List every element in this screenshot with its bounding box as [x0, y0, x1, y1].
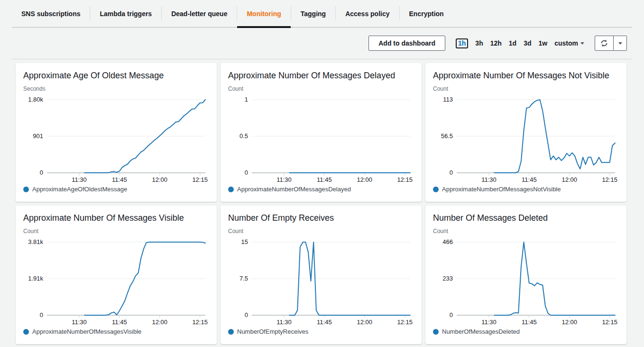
chart-canvas: 11:3011:4512:0012:151.80k9010 [23, 92, 209, 185]
chart-title: Approximate Number Of Messages Delayed [228, 69, 414, 82]
svg-text:0: 0 [450, 311, 453, 319]
legend-label: ApproximateAgeOfOldestMessage [32, 186, 127, 193]
time-range-1w[interactable]: 1w [539, 39, 548, 47]
legend-label: ApproximateNumberOfMessagesNotVisible [442, 186, 561, 193]
chart-title: Approximate Age Of Oldest Message [23, 69, 209, 82]
y-axis-unit-label: Count [23, 228, 209, 234]
chart-legend-item[interactable]: ApproximateNumberOfMessagesNotVisible [433, 186, 619, 193]
chart-canvas: 11:3011:4512:0012:15157.50 [228, 234, 414, 328]
tab-sns-subscriptions[interactable]: SNS subscriptions [12, 0, 90, 27]
svg-text:0: 0 [40, 311, 43, 319]
svg-text:12:15: 12:15 [192, 176, 208, 183]
chart-legend-item[interactable]: NumberOfMessagesDeleted [433, 328, 619, 335]
svg-text:11:30: 11:30 [481, 176, 497, 183]
time-range-1h[interactable]: 1h [456, 38, 468, 48]
svg-text:901: 901 [33, 132, 43, 140]
chart-title: Number Of Messages Deleted [433, 212, 619, 224]
svg-text:7.5: 7.5 [239, 275, 248, 282]
time-range-picker: 1h 3h 12h 1d 3d 1w custom [456, 38, 584, 48]
legend-dot-icon [228, 187, 234, 192]
svg-text:11:45: 11:45 [112, 319, 127, 326]
y-axis-unit-label: Count [433, 228, 619, 234]
chart-card-messages-visible: Approximate Number Of Messages Visible C… [16, 206, 217, 344]
chart-legend-item[interactable]: NumberOfEmptyReceives [228, 328, 414, 335]
chart-canvas: 11:3011:4512:0012:154662330 [433, 234, 619, 328]
svg-text:0: 0 [245, 169, 248, 176]
chart-title: Approximate Number Of Messages Visible [23, 212, 209, 224]
svg-text:3.81k: 3.81k [28, 238, 43, 245]
svg-text:0: 0 [245, 311, 248, 319]
svg-text:11:30: 11:30 [481, 319, 497, 326]
monitoring-toolbar: Add to dashboard 1h 3h 12h 1d 3d 1w cust… [0, 28, 644, 59]
chart-legend-item[interactable]: ApproximateNumberOfMessagesDelayed [228, 186, 414, 193]
chart-card-empty-receives: Number Of Empty Receives Count 11:3011:4… [221, 206, 422, 344]
svg-text:12:15: 12:15 [602, 319, 617, 326]
svg-text:15: 15 [241, 238, 248, 245]
time-range-1d[interactable]: 1d [509, 39, 516, 47]
tab-access-policy[interactable]: Access policy [336, 0, 399, 27]
legend-label: NumberOfMessagesDeleted [442, 328, 520, 335]
svg-text:11:45: 11:45 [522, 319, 537, 326]
legend-dot-icon [23, 187, 29, 192]
y-axis-unit-label: Count [228, 228, 414, 234]
time-range-3h[interactable]: 3h [475, 39, 483, 47]
chart-legend-item[interactable]: ApproximateAgeOfOldestMessage [23, 186, 209, 193]
svg-text:1: 1 [245, 96, 248, 103]
custom-label: custom [554, 39, 578, 47]
svg-text:11:30: 11:30 [276, 176, 292, 183]
tab-monitoring[interactable]: Monitoring [237, 0, 290, 27]
tab-lambda-triggers[interactable]: Lambda triggers [90, 0, 161, 27]
chart-canvas: 11:3011:4512:0012:1510.50 [228, 92, 414, 185]
refresh-button[interactable] [595, 36, 614, 51]
svg-text:11:45: 11:45 [522, 176, 537, 183]
time-range-12h[interactable]: 12h [490, 39, 502, 47]
y-axis-unit-label: Count [433, 85, 619, 92]
svg-text:12:00: 12:00 [152, 319, 167, 326]
chart-card-messages-not-visible: Approximate Number Of Messages Not Visib… [425, 63, 626, 202]
svg-text:12:15: 12:15 [397, 176, 413, 183]
svg-text:56.5: 56.5 [441, 132, 453, 140]
time-range-3d[interactable]: 3d [524, 39, 531, 47]
y-axis-unit-label: Count [228, 85, 414, 92]
chart-title: Number Of Empty Receives [228, 212, 414, 224]
toolbar-divider [12, 59, 632, 59]
refresh-options-button[interactable] [614, 36, 627, 51]
svg-text:233: 233 [442, 275, 453, 282]
svg-text:113: 113 [443, 96, 453, 103]
legend-dot-icon [433, 329, 439, 335]
legend-dot-icon [433, 187, 439, 192]
tab-encryption[interactable]: Encryption [400, 0, 453, 27]
svg-text:12:00: 12:00 [357, 319, 372, 326]
svg-text:12:00: 12:00 [561, 319, 577, 326]
legend-label: ApproximateNumberOfMessagesVisible [32, 328, 141, 335]
tab-dead-letter-queue[interactable]: Dead-letter queue [162, 0, 237, 27]
tab-bar: SNS subscriptions Lambda triggers Dead-l… [12, 0, 632, 27]
y-axis-unit-label: Seconds [23, 85, 209, 92]
svg-text:12:00: 12:00 [152, 176, 167, 183]
legend-dot-icon [23, 329, 29, 335]
tab-tagging[interactable]: Tagging [291, 0, 335, 27]
refresh-icon [600, 39, 608, 47]
svg-text:12:15: 12:15 [192, 319, 208, 326]
chart-legend-item[interactable]: ApproximateNumberOfMessagesVisible [23, 328, 209, 335]
tab-bar-wrap: SNS subscriptions Lambda triggers Dead-l… [12, 0, 632, 28]
time-range-custom[interactable]: custom [554, 39, 584, 47]
svg-text:0: 0 [40, 169, 43, 176]
chart-canvas: 11:3011:4512:0012:153.81k1.91k0 [23, 234, 209, 328]
caret-down-icon [580, 42, 584, 45]
legend-dot-icon [228, 329, 234, 335]
chart-card-messages-deleted: Number Of Messages Deleted Count 11:3011… [425, 206, 626, 344]
svg-text:12:00: 12:00 [357, 176, 372, 183]
chart-card-age-of-oldest-message: Approximate Age Of Oldest Message Second… [16, 63, 217, 202]
add-to-dashboard-button[interactable]: Add to dashboard [368, 36, 445, 51]
svg-text:0: 0 [450, 169, 453, 176]
svg-text:11:30: 11:30 [72, 176, 87, 183]
svg-text:1.91k: 1.91k [28, 275, 43, 282]
refresh-split-button [595, 36, 627, 51]
legend-label: ApproximateNumberOfMessagesDelayed [237, 186, 351, 193]
svg-text:12:15: 12:15 [397, 319, 413, 326]
svg-text:11:30: 11:30 [276, 319, 292, 326]
svg-text:466: 466 [442, 238, 453, 245]
chart-title: Approximate Number Of Messages Not Visib… [433, 69, 619, 82]
caret-down-icon [618, 42, 622, 45]
